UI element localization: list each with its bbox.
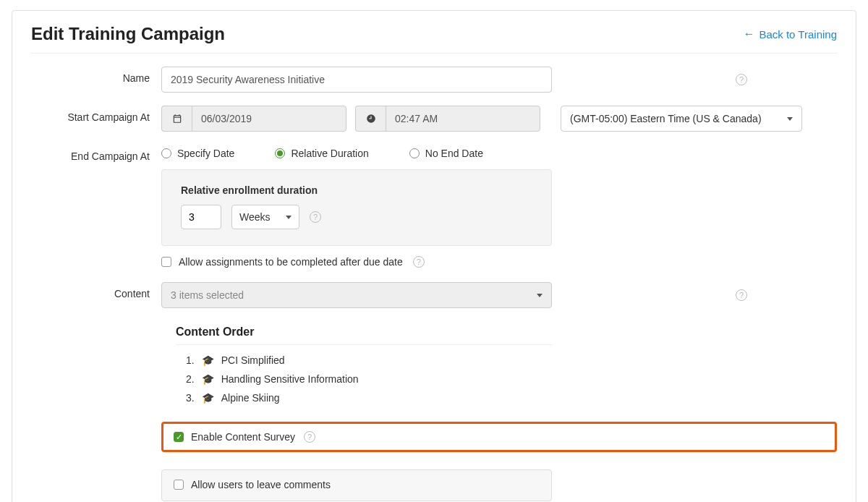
help-icon[interactable]: ? xyxy=(413,256,425,268)
name-label: Name xyxy=(31,67,161,84)
checkbox-icon xyxy=(174,480,184,490)
timezone-value: (GMT-05:00) Eastern Time (US & Canada) xyxy=(570,113,762,124)
radio-no-end-date[interactable]: No End Date xyxy=(409,148,483,159)
panel-header: Edit Training Campaign ← Back to Trainin… xyxy=(31,24,837,54)
relative-duration-box: Relative enrollment duration Weeks ? xyxy=(161,169,552,246)
graduation-cap-icon: 🎓 xyxy=(202,355,214,365)
chevron-down-icon xyxy=(787,117,793,121)
back-link-label: Back to Training xyxy=(759,28,837,41)
start-date-value: 06/03/2019 xyxy=(192,106,346,132)
edit-training-panel: Edit Training Campaign ← Back to Trainin… xyxy=(12,10,856,502)
name-input[interactable] xyxy=(161,67,552,93)
graduation-cap-icon: 🎓 xyxy=(202,393,214,403)
start-time-group[interactable]: 02:47 AM xyxy=(355,106,540,132)
row-start: Start Campaign At 06/03/2019 02:47 AM (G… xyxy=(31,106,837,132)
content-order-title: Content Order xyxy=(176,326,837,339)
end-options: Specify Date Relative Duration No End Da… xyxy=(161,145,837,159)
chevron-down-icon xyxy=(537,294,542,297)
clock-icon xyxy=(355,106,386,132)
chevron-down-icon xyxy=(286,216,292,219)
duration-unit-select[interactable]: Weeks xyxy=(231,205,299,229)
allow-after-due-checkbox[interactable]: Allow assignments to be completed after … xyxy=(161,256,425,268)
page-title: Edit Training Campaign xyxy=(31,24,225,44)
end-label: End Campaign At xyxy=(31,145,161,162)
content-item[interactable]: 1. 🎓 PCI Simplified xyxy=(161,351,837,370)
arrow-left-icon: ← xyxy=(743,28,754,40)
duration-number-input[interactable] xyxy=(181,205,221,229)
start-date-group[interactable]: 06/03/2019 xyxy=(161,106,346,132)
start-time-value: 02:47 AM xyxy=(386,106,540,132)
allow-comments-checkbox[interactable]: Allow users to leave comments xyxy=(174,479,331,490)
calendar-icon xyxy=(161,106,192,132)
content-item[interactable]: 3. 🎓 Alpine Skiing xyxy=(161,388,837,407)
help-icon[interactable]: ? xyxy=(304,431,315,443)
back-to-training-link[interactable]: ← Back to Training xyxy=(743,28,837,41)
radio-icon xyxy=(161,148,171,158)
checkbox-icon xyxy=(161,257,171,267)
start-label: Start Campaign At xyxy=(31,106,161,123)
content-select-text: 3 items selected xyxy=(171,289,244,301)
checkbox-icon: ✓ xyxy=(174,432,184,442)
radio-icon xyxy=(275,148,285,158)
content-order-section: Content Order 1. 🎓 PCI Simplified 2. 🎓 H… xyxy=(161,318,837,407)
content-multiselect[interactable]: 3 items selected xyxy=(161,282,552,308)
row-name: Name ? xyxy=(31,67,837,93)
divider xyxy=(176,344,552,345)
row-content: Content 3 items selected ? Content Order… xyxy=(31,282,837,501)
allow-comments-box: Allow users to leave comments xyxy=(161,469,552,501)
radio-specify-date[interactable]: Specify Date xyxy=(161,148,234,159)
enable-content-survey-checkbox[interactable]: ✓ Enable Content Survey ? xyxy=(174,431,315,443)
help-icon[interactable]: ? xyxy=(736,289,747,301)
help-icon[interactable]: ? xyxy=(736,74,747,85)
radio-relative-duration[interactable]: Relative Duration xyxy=(275,148,368,159)
relative-duration-title: Relative enrollment duration xyxy=(181,184,532,196)
content-label: Content xyxy=(31,282,161,299)
help-icon[interactable]: ? xyxy=(310,211,321,223)
row-end: End Campaign At Specify Date Relative Du… xyxy=(31,145,837,269)
graduation-cap-icon: 🎓 xyxy=(202,374,214,384)
content-item[interactable]: 2. 🎓 Handling Sensitive Information xyxy=(161,370,837,388)
timezone-select[interactable]: (GMT-05:00) Eastern Time (US & Canada) xyxy=(561,106,802,132)
radio-icon xyxy=(409,148,420,158)
enable-content-survey-highlight: ✓ Enable Content Survey ? xyxy=(161,422,837,452)
